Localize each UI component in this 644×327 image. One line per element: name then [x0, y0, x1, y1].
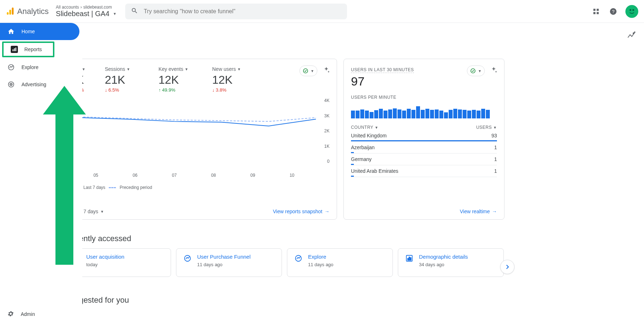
- caret-down-icon: ▼: [493, 126, 497, 130]
- card-actions: ▼: [299, 65, 330, 76]
- view-realtime-link[interactable]: View realtime →: [460, 209, 497, 214]
- line-chart: 01K2K3K4K: [73, 99, 330, 171]
- country-users: 1: [494, 156, 497, 162]
- metrics-card: ▼ rs ▼ K ↓ %Sessions ▼ 21K ↓ 6.5%Key eve…: [65, 59, 337, 220]
- recent-card[interactable]: User Purchase Funnel11 days ago: [176, 248, 282, 277]
- realtime-subtitle: USERS PER MINUTE: [351, 95, 497, 100]
- metric-3[interactable]: New users ▼ 12K ↓ 3.8%: [212, 66, 252, 93]
- svg-rect-31: [410, 258, 411, 260]
- spark-bar: [467, 111, 471, 118]
- status-pill[interactable]: ▼: [467, 65, 485, 76]
- metric-2[interactable]: Key events ▼ 12K ↑ 49.9%: [158, 66, 198, 93]
- y-tick: 3K: [324, 113, 330, 118]
- svg-rect-11: [13, 49, 14, 51]
- app-header: Analytics All accounts › slidebeast.com …: [0, 0, 644, 23]
- svg-point-27: [296, 255, 302, 262]
- sidebar-item-home[interactable]: Home: [0, 23, 79, 40]
- chart-icon: [405, 254, 414, 263]
- realtime-title: USERS IN LAST 30 MINUTES: [351, 67, 414, 73]
- sidebar-item-label: Admin: [21, 311, 35, 317]
- users-header[interactable]: USERS ▼: [476, 125, 497, 130]
- reports-icon: [11, 46, 18, 53]
- country-header-label: COUNTRY: [351, 125, 373, 130]
- caret-down-icon: ▼: [237, 67, 241, 71]
- svg-point-19: [634, 32, 635, 33]
- sidebar-item-reports[interactable]: Reports: [2, 42, 54, 57]
- scroll-right-button[interactable]: [500, 260, 514, 274]
- spark-bar: [351, 111, 355, 118]
- recent-item-when: 34 days ago: [419, 262, 468, 267]
- sidebar-item-label: Reports: [24, 47, 42, 52]
- svg-rect-30: [409, 257, 410, 260]
- y-tick: 4K: [324, 98, 330, 103]
- sparkle-icon[interactable]: [322, 66, 330, 75]
- status-pill[interactable]: ▼: [299, 65, 317, 76]
- svg-rect-5: [594, 12, 596, 14]
- metric-change: ↓ 6.5%: [105, 87, 144, 93]
- svg-rect-6: [597, 12, 599, 14]
- caret-down-icon: ▼: [113, 12, 117, 16]
- metric-value: 12K: [158, 73, 198, 87]
- country-users: 1: [494, 145, 497, 150]
- country-table: United Kingdom93Azerbaijan1Germany1Unite…: [351, 130, 497, 177]
- country-header[interactable]: COUNTRY ▼: [351, 125, 379, 130]
- main: ▼ rs ▼ K ↓ %Sessions ▼ 21K ↓ 6.5%Key eve…: [0, 23, 644, 327]
- metric-value: 12K: [212, 73, 252, 87]
- recent-card[interactable]: Demographic details34 days ago: [398, 248, 504, 277]
- arrow-right-icon: →: [492, 209, 497, 214]
- recent-card[interactable]: Explore11 days ago: [287, 248, 393, 277]
- country-name: United Kingdom: [351, 133, 387, 138]
- svg-rect-3: [594, 9, 596, 11]
- search-icon: [131, 7, 138, 16]
- search-box[interactable]: [125, 4, 347, 19]
- country-users: 93: [491, 133, 497, 138]
- country-row: Azerbaijan1: [351, 142, 497, 153]
- spark-bar: [397, 109, 401, 118]
- spark-bar: [384, 111, 387, 118]
- annotation-arrow: [36, 72, 93, 266]
- product-name: Analytics: [17, 7, 49, 16]
- spark-bar: [393, 108, 397, 118]
- property-switcher[interactable]: All accounts › slidebeast.com Slidebeast…: [56, 5, 117, 18]
- legend-b: Preceding period: [119, 185, 152, 190]
- x-tick: 09: [250, 173, 255, 178]
- recent-item-name: User Purchase Funnel: [197, 254, 250, 260]
- apps-icon[interactable]: [591, 6, 601, 16]
- spark-bar: [379, 109, 383, 118]
- header-right: ?: [591, 5, 638, 18]
- analytics-logo-icon: [6, 7, 14, 16]
- svg-point-18: [633, 33, 634, 34]
- insights-button[interactable]: [627, 31, 635, 42]
- sidebar-item-admin[interactable]: Admin: [0, 306, 82, 323]
- sidebar-item-label: Explore: [21, 64, 38, 70]
- svg-point-10: [633, 9, 634, 11]
- breadcrumb: All accounts › slidebeast.com: [56, 5, 117, 10]
- spark-bar: [472, 110, 476, 118]
- x-tick: 08: [211, 173, 216, 178]
- svg-point-14: [9, 65, 14, 70]
- help-icon[interactable]: ?: [608, 6, 618, 16]
- metric-change: ↑ 49.9%: [158, 87, 198, 93]
- spark-bar: [435, 109, 439, 118]
- svg-text:?: ?: [612, 9, 614, 14]
- svg-rect-2: [12, 8, 14, 15]
- avatar[interactable]: [625, 5, 638, 18]
- caret-down-icon: ▼: [101, 210, 104, 214]
- breadcrumb-accounts: All accounts: [56, 5, 79, 10]
- view-reports-snapshot-link[interactable]: View reports snapshot→: [273, 209, 330, 214]
- spark-bar: [439, 111, 443, 118]
- recently-accessed-row: User acquisitiontodayUser Purchase Funne…: [65, 248, 504, 277]
- svg-point-26: [185, 255, 191, 262]
- spark-bar: [453, 109, 457, 118]
- svg-rect-4: [597, 9, 599, 11]
- search-input[interactable]: [144, 8, 341, 15]
- caret-down-icon: ▼: [127, 67, 130, 71]
- country-name: Germany: [351, 156, 372, 162]
- x-tick: 06: [133, 173, 137, 178]
- sparkle-icon[interactable]: [490, 66, 498, 75]
- spark-bar: [449, 110, 453, 118]
- metric-1[interactable]: Sessions ▼ 21K ↓ 6.5%: [105, 66, 144, 93]
- spark-bar: [421, 110, 425, 118]
- arrow-right-icon: →: [325, 209, 330, 214]
- explore-icon: [294, 254, 303, 263]
